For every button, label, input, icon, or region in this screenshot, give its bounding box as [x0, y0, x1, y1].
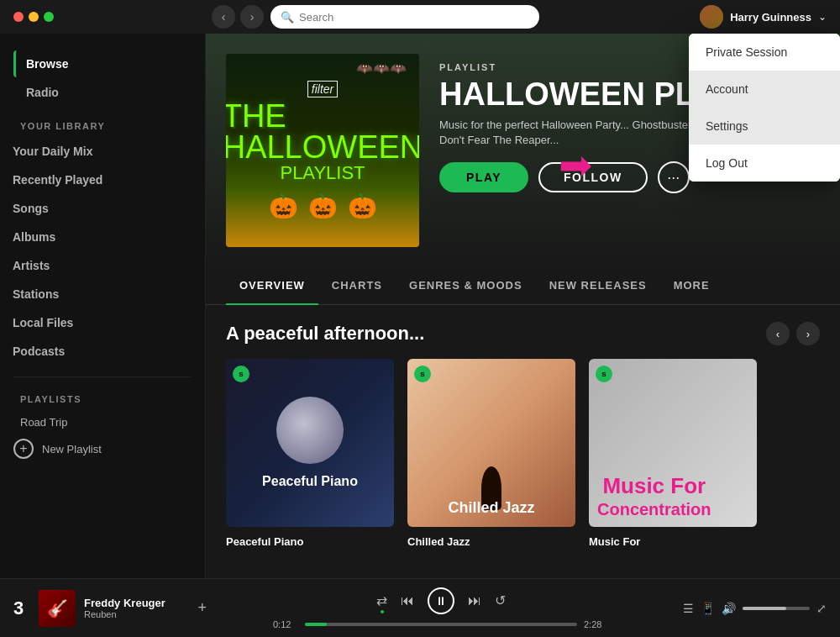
card-chilled-jazz-image: S Chilled Jazz [407, 359, 575, 527]
pause-button[interactable]: ⏸ [428, 587, 454, 614]
volume-icon[interactable]: 🔊 [722, 602, 736, 615]
track-info: Freddy Kreuger Reuben [84, 597, 189, 619]
progress-bar[interactable] [305, 623, 577, 626]
control-buttons: ⇄ ⏮ ⏸ ⏭ ↺ [376, 587, 506, 614]
sidebar-item-browse[interactable]: Browse [13, 50, 192, 77]
card-grid: Peaceful Piano S Peaceful Piano S Chille… [226, 359, 820, 551]
section-prev-button[interactable]: ‹ [766, 322, 790, 345]
close-button[interactable] [13, 12, 24, 22]
card-chilled-jazz-label: Chilled Jazz [407, 535, 575, 548]
search-bar[interactable]: 🔍 [270, 5, 539, 29]
sidebar-item-artists[interactable]: Artists [0, 252, 205, 279]
add-to-library-button[interactable]: + [197, 599, 207, 617]
card-music-for-concentration[interactable]: Music ForConcentration S Music For [589, 359, 757, 551]
previous-button[interactable]: ⏮ [401, 593, 414, 608]
time-total: 2:28 [584, 619, 609, 629]
playlist-cover: 🦇🦇🦇 filter THEHALLOWEEN PLAYLIST 🎃 🎃 🎃 [226, 54, 419, 247]
sidebar-item-stations[interactable]: Stations [0, 281, 205, 308]
more-options-button[interactable]: ··· [658, 161, 690, 193]
follow-button[interactable]: FOLLOW [538, 162, 648, 192]
section-title: A peaceful afternoon... [226, 323, 424, 345]
dropdown-item-logout[interactable]: Log Out [689, 145, 840, 182]
halloween-the: filter [307, 81, 338, 97]
tab-genres-moods[interactable]: GENRES & MOODS [396, 267, 536, 305]
tab-overview[interactable]: OVERVIEW [226, 267, 318, 305]
volume-controls: ☰ 📱 🔊 ⤢ [675, 602, 827, 615]
tab-charts[interactable]: CHARTS [318, 267, 396, 305]
time-current: 0:12 [273, 619, 298, 629]
play-button[interactable]: PLAY [439, 162, 528, 192]
section-nav: ‹ › [766, 322, 820, 345]
traffic-lights [13, 12, 54, 22]
back-button[interactable]: ‹ [212, 5, 235, 29]
sidebar-item-songs[interactable]: Songs [0, 195, 205, 222]
track-number: 3 [13, 598, 30, 619]
search-icon: 🔍 [281, 11, 294, 24]
sidebar-item-podcasts[interactable]: Podcasts [0, 338, 205, 365]
peaceful-afternoon-section: A peaceful afternoon... ‹ › Peaceful Pia… [206, 305, 840, 568]
card-music-for-concentration-image: Music ForConcentration S [589, 359, 757, 527]
card-music-for-title: Music ForConcentration [597, 475, 711, 519]
volume-bar[interactable] [743, 607, 810, 610]
track-name: Freddy Kreuger [84, 597, 189, 609]
peaceful-orb [276, 397, 344, 464]
sidebar-item-recently-played[interactable]: Recently Played [0, 166, 205, 193]
card-peaceful-piano-label: Peaceful Piano [226, 535, 394, 548]
browse-tabs: OVERVIEW CHARTS GENRES & MOODS NEW RELEA… [206, 267, 840, 305]
chevron-down-icon: ⌄ [818, 11, 827, 23]
section-next-button[interactable]: › [796, 322, 820, 345]
forward-button[interactable]: › [240, 5, 264, 29]
artist-name: Reuben [84, 609, 189, 619]
sidebar-playlists-label: Playlists [0, 387, 205, 411]
card-chilled-jazz[interactable]: S Chilled Jazz Chilled Jazz [407, 359, 575, 551]
sidebar-nav: Browse Radio [0, 50, 205, 108]
bottom-player: 3 🎸 Freddy Kreuger Reuben + ⇄ ⏮ ⏸ ⏭ ↺ 0:… [0, 578, 840, 637]
card-peaceful-piano-image: Peaceful Piano S [226, 359, 394, 527]
pumpkins-decoration: 🎃 🎃 🎃 [269, 192, 377, 220]
queue-button[interactable]: ☰ [683, 602, 694, 615]
spotify-logo-icon: S [596, 366, 612, 382]
tab-more[interactable]: MORE [660, 267, 723, 305]
progress-fill [305, 623, 327, 626]
search-input[interactable] [299, 11, 529, 24]
volume-fill [743, 607, 786, 610]
halloween-title-main: THEHALLOWEEN [226, 101, 419, 161]
devices-button[interactable]: 📱 [701, 602, 715, 615]
album-art: 🎸 [39, 590, 76, 627]
pumpkin-icon: 🎃 [269, 192, 298, 220]
nav-controls: ‹ › [212, 5, 264, 29]
minimize-button[interactable] [29, 12, 39, 22]
fullscreen-expand-button[interactable]: ⤢ [816, 602, 827, 615]
tab-new-releases[interactable]: NEW RELEASES [536, 267, 660, 305]
shuffle-button[interactable]: ⇄ [376, 592, 387, 608]
sidebar-item-radio[interactable]: Radio [13, 79, 192, 106]
sidebar-section-your-library: Your Library [0, 108, 205, 138]
username-label: Harry Guinness [730, 11, 811, 24]
progress-bar-container: 0:12 2:28 [273, 619, 609, 629]
dropdown-item-account[interactable]: Account [689, 71, 840, 108]
fullscreen-button[interactable] [44, 12, 54, 22]
user-menu-trigger[interactable]: Harry Guinness ⌄ [700, 5, 827, 29]
new-playlist-icon: + [13, 439, 34, 459]
playlist-type-label: PLAYLIST [439, 62, 496, 72]
spotify-logo-icon: S [233, 366, 249, 382]
card-peaceful-piano[interactable]: Peaceful Piano S Peaceful Piano [226, 359, 394, 551]
shuffle-active-dot [381, 610, 384, 613]
sidebar-playlist-road-trip[interactable]: Road Trip [0, 411, 205, 434]
dropdown-item-private-session[interactable]: Private Session [689, 34, 840, 71]
sidebar-item-local-files[interactable]: Local Files [0, 309, 205, 336]
sidebar: Browse Radio Your Library Your Daily Mix… [0, 34, 206, 578]
now-playing: 3 🎸 Freddy Kreuger Reuben + [13, 590, 207, 627]
user-dropdown-menu: Private Session Account Settings Log Out [689, 34, 840, 182]
card-music-for-concentration-label: Music For [589, 535, 757, 548]
spotify-logo-icon: S [414, 366, 431, 382]
sidebar-item-albums[interactable]: Albums [0, 224, 205, 250]
pumpkin-icon: 🎃 [308, 192, 338, 220]
dropdown-item-settings[interactable]: Settings [689, 108, 840, 145]
sidebar-item-your-daily-mix[interactable]: Your Daily Mix [0, 138, 205, 165]
new-playlist-button[interactable]: + New Playlist [0, 434, 205, 464]
avatar [700, 5, 723, 29]
repeat-button[interactable]: ↺ [495, 592, 506, 608]
next-button[interactable]: ⏭ [468, 593, 481, 608]
new-playlist-label: New Playlist [42, 443, 102, 455]
